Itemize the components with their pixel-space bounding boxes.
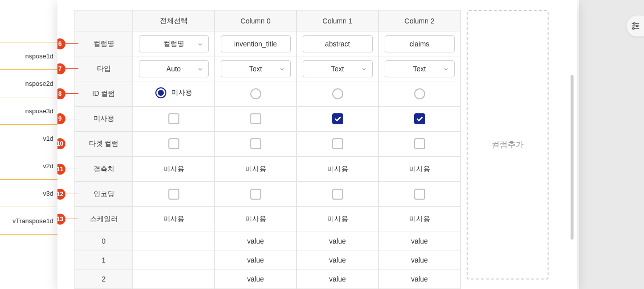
data-cell: value	[379, 270, 461, 289]
cell-missing-col1: 미사용	[215, 156, 297, 181]
cell-scaler-col0: 미사용	[133, 207, 215, 232]
name-input[interactable]	[385, 35, 455, 52]
row-label-idcol: ID 컬럼8	[75, 81, 133, 106]
type-select[interactable]: Text	[385, 60, 455, 77]
cell-type-col0: Auto	[133, 56, 215, 81]
cell-idcol-col3	[379, 81, 461, 106]
target-checkbox[interactable]	[250, 138, 261, 149]
cell-idcol-col2	[297, 81, 379, 106]
data-cell: value	[379, 251, 461, 270]
cell-unused-col3	[379, 106, 461, 131]
backdrop-right	[579, 0, 644, 289]
data-cell: value	[297, 232, 379, 251]
col-header-1: Column 1	[297, 10, 379, 31]
cell-target-col3	[379, 131, 461, 156]
row-label-type: 타입7	[75, 56, 133, 81]
missing-text: 미사용	[327, 165, 348, 173]
cell-encoding-col1	[215, 182, 297, 207]
scrollbar[interactable]	[570, 10, 574, 280]
target-checkbox[interactable]	[332, 138, 343, 149]
chevron-down-icon	[279, 66, 285, 72]
type-select[interactable]: Text	[221, 60, 291, 77]
callout-8: 8	[57, 88, 78, 99]
name-input[interactable]	[221, 35, 291, 52]
column-config-modal: 전체선택Column 0Column 1Column 2 컬럼명6컬럼명타입7A…	[57, 0, 577, 289]
cell-encoding-col2	[297, 182, 379, 207]
cell-scaler-col3: 미사용	[379, 207, 461, 232]
idcol-radio[interactable]	[155, 87, 166, 98]
row-label-missing: 결측치11	[75, 156, 133, 181]
table-corner	[75, 10, 133, 31]
data-cell: value	[215, 232, 297, 251]
cell-missing-col2: 미사용	[297, 156, 379, 181]
data-cell: value	[297, 270, 379, 289]
add-column-label: 컬럼추가	[492, 140, 524, 150]
target-checkbox[interactable]	[414, 138, 425, 149]
data-row-index: 2	[75, 270, 133, 289]
bg-layer-item: v3d	[0, 180, 57, 207]
unused-checkbox[interactable]	[332, 113, 343, 124]
cell-name-col3	[379, 31, 461, 56]
data-cell	[133, 232, 215, 251]
svg-point-5	[633, 27, 634, 29]
encoding-checkbox[interactable]	[332, 189, 343, 200]
name-select[interactable]: 컬럼명	[139, 35, 209, 52]
callout-13: 13	[57, 214, 78, 225]
cell-target-col1	[215, 131, 297, 156]
callout-6: 6	[57, 38, 78, 49]
idcol-radio[interactable]	[414, 88, 425, 99]
missing-text: 미사용	[245, 165, 266, 173]
row-label-encoding: 인코딩12	[75, 182, 133, 207]
scaler-text: 미사용	[245, 215, 266, 223]
missing-text: 미사용	[163, 165, 184, 173]
type-select[interactable]: Auto	[139, 60, 209, 77]
unused-checkbox[interactable]	[168, 113, 179, 124]
encoding-checkbox[interactable]	[250, 189, 261, 200]
type-select[interactable]: Text	[303, 60, 373, 77]
cell-encoding-col0	[133, 182, 215, 207]
bg-layer-item: vTranspose1d	[0, 207, 57, 235]
chevron-down-icon	[443, 66, 449, 72]
cell-type-col2: Text	[297, 56, 379, 81]
encoding-checkbox[interactable]	[168, 189, 179, 200]
bg-layer-item: nspose3d	[0, 97, 57, 125]
bg-layer-item: v1d	[0, 125, 57, 152]
scrollbar-thumb[interactable]	[571, 75, 574, 240]
chevron-down-icon	[197, 66, 203, 72]
data-row-index: 0	[75, 232, 133, 251]
name-input[interactable]	[303, 35, 373, 52]
cell-scaler-col2: 미사용	[297, 207, 379, 232]
bg-layer-item: nspose2d	[0, 70, 57, 97]
add-column-button[interactable]: 컬럼추가	[467, 10, 549, 280]
data-cell	[133, 251, 215, 270]
cell-name-col1	[215, 31, 297, 56]
cell-encoding-col3	[379, 182, 461, 207]
data-row-index: 1	[75, 251, 133, 270]
col-header-0: Column 0	[215, 10, 297, 31]
target-checkbox[interactable]	[168, 138, 179, 149]
cell-missing-col3: 미사용	[379, 156, 461, 181]
idcol-radio[interactable]	[250, 88, 261, 99]
callout-11: 11	[57, 164, 78, 175]
data-cell: value	[215, 251, 297, 270]
encoding-checkbox[interactable]	[414, 189, 425, 200]
cell-unused-col2	[297, 106, 379, 131]
cell-type-col1: Text	[215, 56, 297, 81]
scaler-text: 미사용	[163, 215, 184, 223]
callout-7: 7	[57, 63, 78, 74]
scaler-text: 미사용	[409, 215, 430, 223]
background-sidebar: nspose1dnspose2dnspose3dv1dv2dv3dvTransp…	[0, 0, 57, 289]
unused-checkbox[interactable]	[250, 113, 261, 124]
unused-checkbox[interactable]	[414, 113, 425, 124]
row-label-target: 타겟 컬럼10	[75, 131, 133, 156]
settings-fab[interactable]	[626, 15, 644, 37]
cell-target-col0	[133, 131, 215, 156]
cell-unused-col1	[215, 106, 297, 131]
cell-unused-col0	[133, 106, 215, 131]
scaler-text: 미사용	[327, 215, 348, 223]
data-cell: value	[297, 251, 379, 270]
idcol-radio[interactable]	[332, 88, 343, 99]
cell-idcol-col0: 미사용	[133, 81, 215, 106]
chevron-down-icon	[197, 41, 203, 47]
callout-12: 12	[57, 189, 78, 200]
